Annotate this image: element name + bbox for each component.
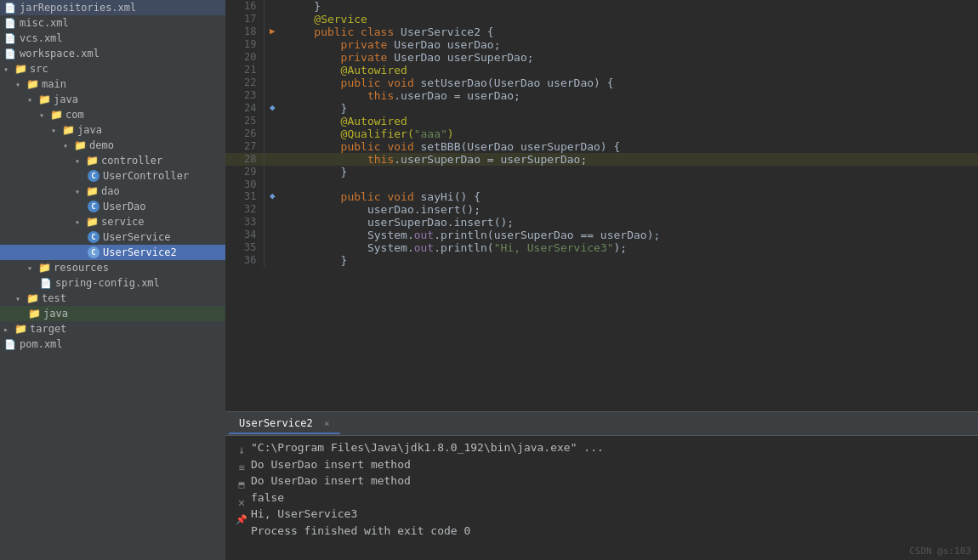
xml-icon: 📄	[3, 47, 17, 60]
filter-icon[interactable]: ≡	[238, 461, 244, 473]
line-code: private UserDao userDao;	[281, 38, 978, 51]
xml-icon: 📄	[3, 16, 17, 30]
line-gutter	[264, 89, 281, 102]
line-number: 26	[225, 127, 264, 140]
run-output-line-3: false	[251, 489, 971, 506]
code-editor[interactable]: 16 } 17 @Service 18 ▶ pu	[225, 0, 978, 411]
close-tab-button[interactable]: ×	[324, 418, 330, 429]
tree-item-java[interactable]: ▾ 📁 java	[0, 92, 225, 107]
close-run-icon[interactable]: ✕	[238, 495, 245, 509]
code-line-19: 19 private UserDao userDao;	[225, 38, 978, 51]
line-gutter	[264, 254, 281, 267]
tree-item-UserService2[interactable]: C UserService2	[0, 245, 225, 260]
tree-label: resources	[54, 262, 109, 274]
chevron-right-icon: ▸	[3, 325, 12, 334]
tree-item-main[interactable]: ▾ 📁 main	[0, 76, 225, 92]
line-gutter	[264, 140, 281, 153]
line-gutter	[264, 64, 281, 76]
line-gutter: ◆	[264, 190, 281, 203]
tree-item-service[interactable]: ▾ 📁 service	[0, 214, 225, 229]
tree-item-controller[interactable]: ▾ 📁 controller	[0, 153, 225, 168]
line-gutter	[264, 241, 281, 254]
tree-item-UserDao[interactable]: C UserDao	[0, 199, 225, 214]
tree-item-com[interactable]: ▾ 📁 com	[0, 107, 225, 122]
run-tab-UserService2[interactable]: UserService2 ×	[229, 414, 340, 434]
tree-item-spring-config[interactable]: 📄 spring-config.xml	[0, 275, 225, 291]
line-number: 34	[225, 229, 264, 241]
run-output-line-0: "C:\Program Files\Java\jdk1.8.0_192\bin\…	[251, 439, 971, 456]
line-number: 33	[225, 216, 264, 229]
folder-icon: 📁	[73, 139, 87, 152]
tree-item-vcs[interactable]: 📄 vcs.xml	[0, 31, 225, 46]
tree-item-pom[interactable]: 📄 pom.xml	[0, 337, 225, 352]
tree-item-UserService[interactable]: C UserService	[0, 229, 225, 245]
line-code: public void sayHi() {	[281, 190, 978, 203]
tree-label: workspace.xml	[20, 48, 100, 59]
code-line-30: 30	[225, 178, 978, 190]
chevron-down-icon: ▾	[3, 65, 12, 74]
code-line-26: 26 @Qualifier("aaa")	[225, 127, 978, 140]
chevron-down-icon: ▾	[75, 156, 83, 166]
run-output: "C:\Program Files\Java\jdk1.8.0_192\bin\…	[251, 439, 971, 557]
tree-label: java	[54, 93, 78, 105]
line-code: public void setUserDao(UserDao userDao) …	[281, 76, 978, 89]
run-output-line-1: Do UserDao insert method	[251, 456, 971, 473]
line-code: userSuperDao.insert();	[281, 216, 978, 229]
tree-item-resources[interactable]: ▾ 📁 resources	[0, 260, 225, 275]
line-code: @Autowired	[281, 64, 978, 76]
code-line-17: 17 @Service	[225, 13, 978, 25]
tree-item-target[interactable]: ▸ 📁 target	[0, 321, 225, 337]
tree-label: java	[43, 308, 68, 320]
line-gutter	[264, 229, 281, 241]
line-gutter	[264, 38, 281, 51]
code-line-21: 21 @Autowired	[225, 64, 978, 76]
tree-item-java-test[interactable]: 📁 java	[0, 306, 225, 321]
tree-label: controller	[101, 155, 162, 167]
line-number: 24	[225, 102, 264, 115]
line-gutter	[264, 216, 281, 229]
class-icon: C	[87, 169, 100, 183]
line-code: userDao.insert();	[281, 203, 978, 216]
align-left-icon[interactable]: ⬒	[238, 478, 244, 490]
run-output-line-2: Do UserDao insert method	[251, 472, 971, 489]
tree-label: test	[42, 292, 66, 304]
run-panel: UserService2 × ↓ ≡ ⬒ ✕ 📌 "C:\Program Fil…	[225, 411, 978, 560]
code-line-23: 23 this.userDao = userDao;	[225, 89, 978, 102]
tree-item-demo[interactable]: ▾ 📁 demo	[0, 138, 225, 153]
tree-item-src[interactable]: ▾ 📁 src	[0, 61, 225, 76]
pin-icon[interactable]: 📌	[236, 514, 247, 525]
run-output-line-6: Process finished with exit code 0	[251, 523, 971, 540]
line-code: this.userDao = userDao;	[281, 89, 978, 102]
chevron-down-icon: ▾	[75, 218, 83, 227]
code-line-29: 29 }	[225, 166, 978, 178]
tree-item-UserController[interactable]: C UserController	[0, 168, 225, 184]
tree-item-workspace[interactable]: 📄 workspace.xml	[0, 46, 225, 61]
arrow-down-icon[interactable]: ↓	[238, 443, 245, 456]
code-line-20: 20 private UserDao userSuperDao;	[225, 51, 978, 64]
line-number: 36	[225, 254, 264, 267]
tree-item-java2[interactable]: ▾ 📁 java	[0, 122, 225, 138]
line-number: 31	[225, 190, 264, 203]
xml-icon: 📄	[3, 337, 17, 351]
tree-label: vcs.xml	[20, 32, 63, 44]
tree-label: com	[65, 109, 84, 121]
chevron-down-icon: ▾	[15, 294, 24, 303]
tree-item-test[interactable]: ▾ 📁 test	[0, 291, 225, 306]
tree-item-misc[interactable]: 📄 misc.xml	[0, 15, 225, 31]
tree-label: service	[101, 216, 145, 228]
code-line-27: 27 public void setBBB(UserDao userSuperD…	[225, 140, 978, 153]
chevron-down-icon: ▾	[39, 110, 48, 120]
editor-area: 16 } 17 @Service 18 ▶ pu	[225, 0, 978, 560]
folder-icon: 📁	[49, 108, 63, 122]
run-sidebar-icons: ↓ ≡ ⬒ ✕ 📌	[232, 439, 251, 557]
tree-label: demo	[89, 139, 114, 151]
line-gutter	[264, 51, 281, 64]
tree-item-jarRepositories[interactable]: 📄 jarRepositories.xml	[0, 0, 225, 15]
line-number: 17	[225, 13, 264, 25]
line-number: 18	[225, 25, 264, 38]
code-line-22: 22 public void setUserDao(UserDao userDa…	[225, 76, 978, 89]
run-output-line-4: Hi, UserService3	[251, 506, 971, 523]
line-gutter	[264, 13, 281, 25]
line-code: }	[281, 0, 978, 13]
tree-item-dao[interactable]: ▾ 📁 dao	[0, 184, 225, 199]
